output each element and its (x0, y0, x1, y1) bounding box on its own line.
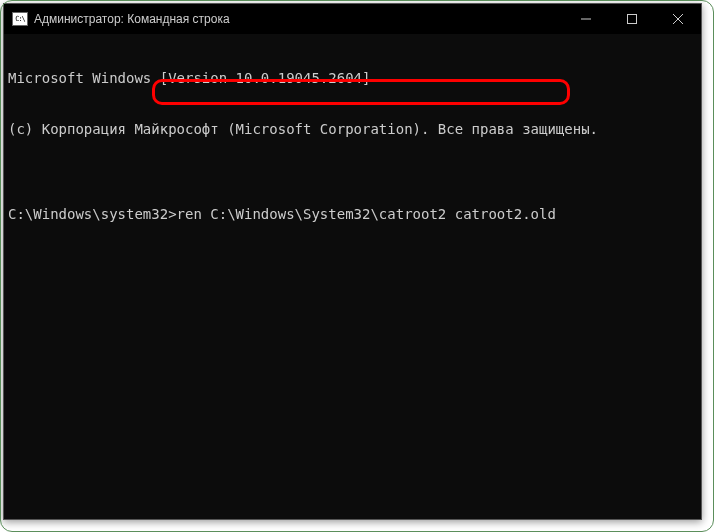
prompt-path: C:\Windows\system32> (8, 206, 177, 222)
close-button[interactable] (655, 4, 701, 34)
terminal-output[interactable]: Microsoft Windows [Version 10.0.19045.26… (4, 34, 701, 519)
cmd-icon (12, 12, 28, 26)
prompt-line: C:\Windows\system32>ren C:\Windows\Syste… (8, 206, 697, 223)
output-line-copyright: (c) Корпорация Майкрософт (Microsoft Cor… (8, 121, 697, 138)
titlebar[interactable]: Администратор: Командная строка (4, 4, 701, 34)
maximize-button[interactable] (609, 4, 655, 34)
cmd-window: Администратор: Командная строка Microsof… (3, 3, 702, 520)
window-controls (563, 4, 701, 34)
command-text: ren C:\Windows\System32\catroot2 catroot… (177, 206, 556, 222)
svg-rect-1 (628, 15, 637, 24)
minimize-button[interactable] (563, 4, 609, 34)
output-line-version: Microsoft Windows [Version 10.0.19045.26… (8, 70, 697, 87)
window-title: Администратор: Командная строка (34, 12, 563, 26)
